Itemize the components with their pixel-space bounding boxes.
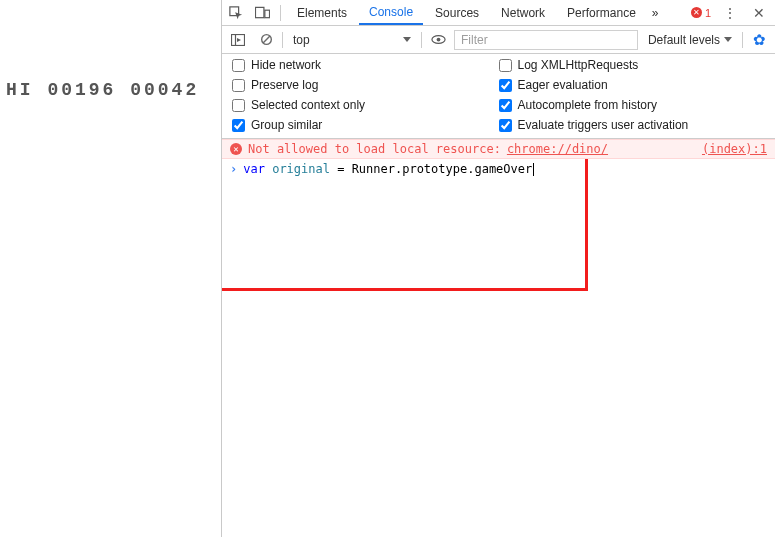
chk-group-similar[interactable]: Group similar [232, 118, 499, 132]
chk-preserve-log-label: Preserve log [251, 78, 318, 92]
tab-console[interactable]: Console [359, 0, 423, 25]
chk-autocomplete[interactable]: Autocomplete from history [499, 98, 766, 112]
code-identifier: original [272, 162, 330, 176]
svg-rect-2 [264, 10, 269, 18]
tabs-overflow[interactable]: » [648, 0, 663, 25]
chk-autocomplete-label: Autocomplete from history [518, 98, 657, 112]
error-resource-link[interactable]: chrome://dino/ [507, 142, 608, 156]
chk-hide-network-label: Hide network [251, 58, 321, 72]
chk-log-xhr[interactable]: Log XMLHttpRequests [499, 58, 766, 72]
error-count-badge[interactable]: ✕ 1 [687, 7, 715, 19]
device-toggle-icon[interactable] [250, 2, 274, 24]
console-settings-panel: Hide network Log XMLHttpRequests Preserv… [222, 54, 775, 139]
svg-line-7 [263, 36, 270, 43]
page-content: HI 00196 00042 [0, 0, 220, 537]
console-output: ✕ Not allowed to load local resource: ch… [222, 139, 775, 537]
chk-eager-eval-label: Eager evaluation [518, 78, 608, 92]
chk-eval-triggers[interactable]: Evaluate triggers user activation [499, 118, 766, 132]
chk-hide-network[interactable]: Hide network [232, 58, 499, 72]
chk-selected-ctx-box[interactable] [232, 99, 245, 112]
error-icon: ✕ [230, 143, 242, 155]
chk-group-similar-box[interactable] [232, 119, 245, 132]
chk-log-xhr-box[interactable] [499, 59, 512, 72]
chk-selected-ctx[interactable]: Selected context only [232, 98, 499, 112]
chk-selected-ctx-label: Selected context only [251, 98, 365, 112]
error-message: Not allowed to load local resource: [248, 142, 501, 156]
console-sidebar-toggle-icon[interactable] [226, 29, 250, 51]
chk-eager-eval-box[interactable] [499, 79, 512, 92]
chk-hide-network-box[interactable] [232, 59, 245, 72]
svg-rect-1 [255, 7, 263, 17]
chk-eager-eval[interactable]: Eager evaluation [499, 78, 766, 92]
chk-eval-triggers-box[interactable] [499, 119, 512, 132]
chevron-down-icon [724, 37, 732, 42]
log-levels-label: Default levels [648, 33, 720, 47]
error-count: 1 [705, 7, 711, 19]
log-levels-selector[interactable]: Default levels [642, 33, 738, 47]
devtools-panel: Elements Console Sources Network Perform… [221, 0, 775, 537]
dino-hiscore: HI 00196 00042 [6, 80, 220, 100]
live-expression-icon[interactable] [426, 29, 450, 51]
filter-input[interactable] [454, 30, 638, 50]
chk-preserve-log-box[interactable] [232, 79, 245, 92]
code-keyword: var [243, 162, 265, 176]
chk-preserve-log[interactable]: Preserve log [232, 78, 499, 92]
console-settings-icon[interactable]: ✿ [747, 31, 771, 49]
chk-group-similar-label: Group similar [251, 118, 322, 132]
error-dot-icon: ✕ [691, 7, 702, 18]
text-cursor [533, 163, 534, 176]
console-input-row[interactable]: › var original = Runner.prototype.gameOv… [222, 159, 775, 179]
chevron-down-icon [403, 37, 411, 42]
prompt-icon: › [230, 162, 237, 176]
inspect-icon[interactable] [224, 2, 248, 24]
chk-log-xhr-label: Log XMLHttpRequests [518, 58, 639, 72]
close-icon[interactable]: ✕ [745, 5, 773, 21]
devtools-tabbar: Elements Console Sources Network Perform… [222, 0, 775, 26]
console-toolbar: top Default levels ✿ [222, 26, 775, 54]
context-value: top [293, 33, 310, 47]
console-input-text[interactable]: var original = Runner.prototype.gameOver [243, 162, 534, 176]
chk-eval-triggers-label: Evaluate triggers user activation [518, 118, 689, 132]
tab-network[interactable]: Network [491, 0, 555, 25]
tab-sources[interactable]: Sources [425, 0, 489, 25]
chk-autocomplete-box[interactable] [499, 99, 512, 112]
svg-marker-5 [237, 38, 241, 42]
clear-console-icon[interactable] [254, 29, 278, 51]
tab-performance[interactable]: Performance [557, 0, 646, 25]
devtools-menu-icon[interactable]: ⋮ [717, 5, 743, 21]
context-selector[interactable]: top [287, 30, 417, 50]
svg-point-9 [436, 38, 440, 42]
tab-elements[interactable]: Elements [287, 0, 357, 25]
console-error-row: ✕ Not allowed to load local resource: ch… [222, 139, 775, 159]
code-rest: = Runner.prototype.gameOver [330, 162, 532, 176]
error-source-link[interactable]: (index):1 [702, 142, 767, 156]
